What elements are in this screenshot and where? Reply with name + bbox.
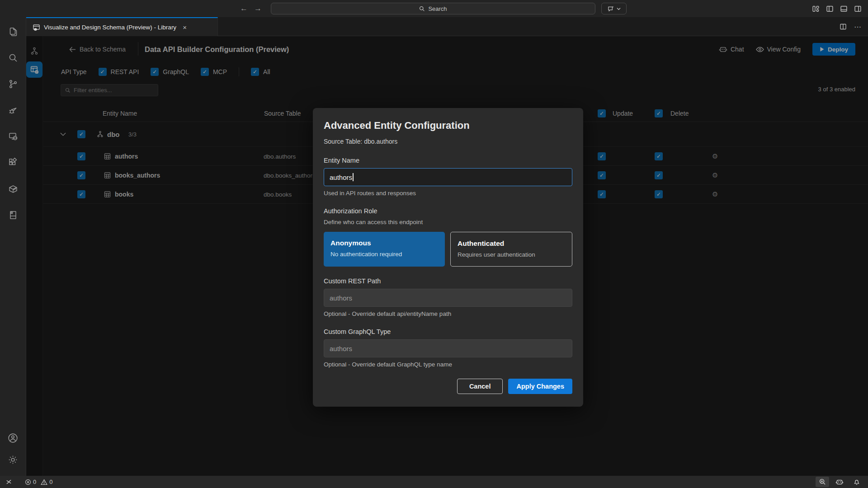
authenticated-desc: Requires user authentication [458,251,565,258]
entity-name-label: Entity Name [324,157,572,164]
search-view-icon[interactable] [2,47,24,69]
problems-indicator[interactable]: 0 0 [25,479,52,485]
remote-indicator[interactable] [5,479,12,485]
nav-back-icon[interactable]: ← [240,4,248,13]
extensions-icon[interactable] [2,152,24,174]
cancel-button[interactable]: Cancel [457,379,503,394]
activity-bar [0,17,26,476]
custom-graphql-type-help: Optional - Override default GraphQL type… [324,361,572,368]
remote-icon [5,479,12,485]
tab-label: Visualize and Design Schema (Preview) - … [44,24,176,31]
tab-strip: Visualize and Design Schema (Preview) - … [26,17,868,36]
custom-rest-path-label: Custom REST Path [324,277,572,285]
title-bar: ← → Search [0,0,868,17]
custom-rest-path-placeholder: authors [330,294,352,302]
entity-name-value: authors [330,174,352,181]
source-control-icon[interactable] [2,73,24,95]
custom-graphql-type-input[interactable]: authors [324,339,572,357]
error-count: 0 [33,479,36,485]
customize-layout-icon[interactable] [812,5,820,13]
warning-count: 0 [49,479,52,485]
authenticated-title: Authenticated [458,239,565,248]
search-icon [419,6,425,12]
split-editor-icon[interactable] [840,23,847,30]
tab-close-icon[interactable]: × [183,23,187,31]
anonymous-title: Anonymous [330,239,438,247]
settings-gear-icon[interactable] [2,449,24,470]
toggle-panel-icon[interactable] [840,5,848,13]
copilot-menu-button[interactable] [601,3,627,14]
command-search-input[interactable]: Search [271,3,595,14]
advanced-entity-configuration-dialog: Advanced Entity Configuration Source Tab… [313,108,583,407]
authorization-role-label: Authorization Role [324,207,572,215]
authenticated-role-card[interactable]: Authenticated Requires user authenticati… [450,232,572,267]
copilot-robot-icon [835,479,844,485]
more-actions-icon[interactable]: ⋯ [854,23,862,31]
copilot-status-button[interactable] [833,477,846,487]
explorer-icon[interactable] [2,21,24,42]
toggle-secondary-sidebar-icon[interactable] [854,5,862,13]
custom-rest-path-input[interactable]: authors [324,289,572,307]
custom-graphql-type-placeholder: authors [330,345,352,352]
error-icon [25,479,31,485]
toggle-primary-sidebar-icon[interactable] [826,5,834,13]
warning-icon [41,479,47,485]
modal-title: Advanced Entity Configuration [324,120,572,131]
anonymous-desc: No authentication required [330,251,438,258]
search-placeholder: Search [428,5,447,12]
remote-explorer-icon[interactable] [2,126,24,147]
notifications-bell-icon[interactable] [850,477,863,487]
run-debug-icon[interactable] [2,99,24,121]
status-bar: 0 0 [0,476,868,488]
entity-name-help: Used in API routes and responses [324,190,572,197]
chevron-down-icon [617,7,621,11]
anonymous-role-card[interactable]: Anonymous No authentication required [324,232,445,267]
container-tools-icon[interactable] [2,178,24,200]
modal-subtitle: Source Table: dbo.authors [324,138,572,145]
apply-changes-button[interactable]: Apply Changes [508,379,572,394]
custom-graphql-type-label: Custom GraphQL Type [324,328,572,335]
text-cursor [353,173,354,181]
account-icon[interactable] [2,427,24,449]
copilot-chat-icon [608,5,614,12]
zoom-in-icon [819,479,826,485]
database-projects-icon[interactable] [2,204,24,226]
custom-rest-path-help: Optional - Override default api/entityNa… [324,310,572,317]
entity-name-input[interactable]: authors [324,168,572,186]
tab-visualize-design-schema[interactable]: Visualize and Design Schema (Preview) - … [26,17,218,36]
authorization-role-help: Define who can access this endpoint [324,219,572,225]
nav-forward-icon[interactable]: → [254,4,262,13]
schema-designer-tab-icon [33,23,40,31]
zoom-status-button[interactable] [816,477,829,487]
